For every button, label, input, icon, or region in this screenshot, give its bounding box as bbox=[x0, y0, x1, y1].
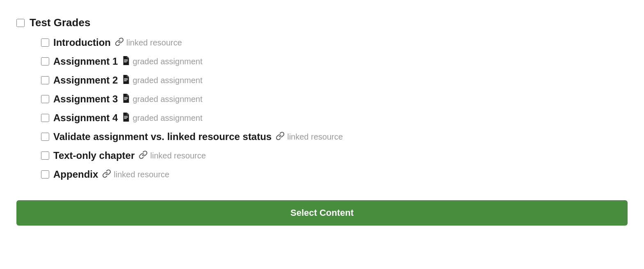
document-icon bbox=[122, 113, 130, 124]
document-icon bbox=[122, 94, 130, 105]
item-type-label: linked resource bbox=[150, 151, 206, 160]
checkbox-assignment2[interactable] bbox=[41, 76, 49, 84]
list-item: Assignment 1graded assignment bbox=[16, 52, 628, 71]
parent-checkbox[interactable] bbox=[16, 19, 25, 27]
list-item: Introductionlinked resource bbox=[16, 33, 628, 52]
svg-rect-10 bbox=[124, 117, 128, 118]
list-item: Appendixlinked resource bbox=[16, 165, 628, 184]
svg-rect-0 bbox=[124, 59, 128, 60]
svg-rect-5 bbox=[124, 80, 127, 81]
checkbox-assignment3[interactable] bbox=[41, 95, 49, 103]
item-type: graded assignment bbox=[122, 75, 202, 86]
item-type: linked resource bbox=[102, 169, 169, 180]
svg-rect-2 bbox=[124, 61, 127, 62]
item-type-label: graded assignment bbox=[132, 76, 202, 85]
document-icon bbox=[122, 75, 130, 86]
checkbox-appendix[interactable] bbox=[41, 170, 49, 179]
item-type-label: linked resource bbox=[126, 38, 182, 47]
item-name: Assignment 2 bbox=[53, 75, 118, 86]
checkbox-text-only[interactable] bbox=[41, 151, 49, 160]
item-name: Assignment 4 bbox=[53, 112, 118, 124]
list-item: Assignment 3graded assignment bbox=[16, 90, 628, 109]
item-type-label: graded assignment bbox=[132, 113, 202, 123]
document-icon bbox=[122, 56, 130, 67]
svg-rect-1 bbox=[124, 61, 128, 61]
link-icon bbox=[115, 37, 124, 48]
svg-rect-11 bbox=[124, 118, 127, 118]
item-name: Validate assignment vs. linked resource … bbox=[53, 131, 272, 142]
item-name: Introduction bbox=[53, 37, 111, 48]
link-icon bbox=[102, 169, 111, 180]
item-type-label: linked resource bbox=[287, 132, 343, 142]
svg-rect-9 bbox=[124, 116, 128, 116]
parent-label: Test Grades bbox=[30, 16, 90, 29]
item-type-label: graded assignment bbox=[132, 57, 202, 66]
list-item: Assignment 4graded assignment bbox=[16, 109, 628, 127]
list-item: Assignment 2graded assignment bbox=[16, 71, 628, 90]
svg-rect-3 bbox=[124, 78, 128, 79]
item-type: linked resource bbox=[276, 131, 343, 142]
checkbox-assignment1[interactable] bbox=[41, 57, 49, 66]
checkbox-introduction[interactable] bbox=[41, 38, 49, 47]
svg-rect-4 bbox=[124, 79, 128, 80]
checkbox-validate[interactable] bbox=[41, 133, 49, 141]
item-name: Assignment 1 bbox=[53, 56, 118, 67]
checkbox-assignment4[interactable] bbox=[41, 114, 49, 122]
item-type: linked resource bbox=[115, 37, 182, 48]
svg-rect-7 bbox=[124, 98, 128, 99]
select-content-button[interactable]: Select Content bbox=[16, 200, 628, 226]
svg-rect-6 bbox=[124, 97, 128, 97]
item-type-label: linked resource bbox=[114, 170, 169, 179]
list-item: Text-only chapterlinked resource bbox=[16, 146, 628, 165]
list-item: Validate assignment vs. linked resource … bbox=[16, 127, 628, 146]
item-type: graded assignment bbox=[122, 113, 202, 124]
link-icon bbox=[139, 150, 148, 161]
item-name: Text-only chapter bbox=[53, 150, 135, 161]
item-type-label: graded assignment bbox=[132, 95, 202, 104]
item-type: linked resource bbox=[139, 150, 206, 161]
items-container: Introductionlinked resourceAssignment 1g… bbox=[16, 33, 628, 184]
item-name: Assignment 3 bbox=[53, 93, 118, 105]
item-type: graded assignment bbox=[122, 94, 202, 105]
content-list: Test Grades Introductionlinked resourceA… bbox=[16, 12, 628, 226]
item-name: Appendix bbox=[53, 169, 98, 180]
item-type: graded assignment bbox=[122, 56, 202, 67]
svg-rect-8 bbox=[124, 99, 127, 99]
parent-row: Test Grades bbox=[16, 12, 628, 33]
link-icon bbox=[276, 131, 285, 142]
